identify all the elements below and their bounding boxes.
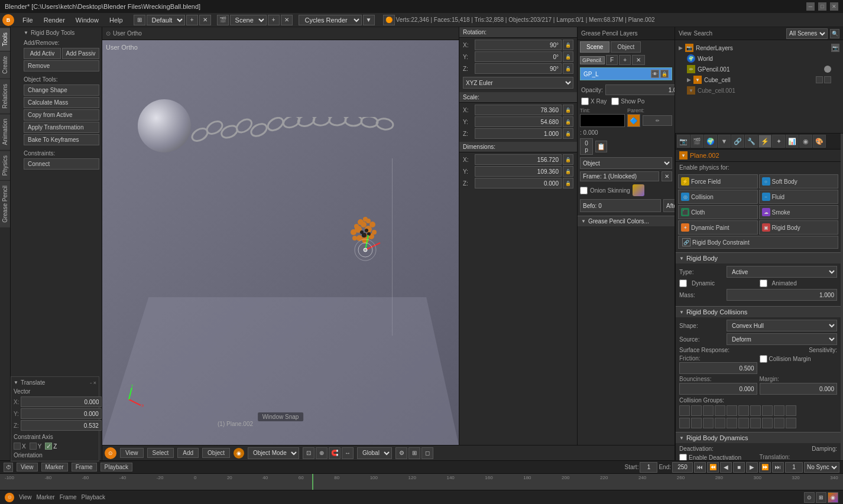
connect-button[interactable]: Connect	[24, 158, 99, 170]
cube-cell-icon1[interactable]	[816, 76, 823, 83]
next-keyframe-btn[interactable]: ⏩	[759, 462, 771, 473]
cg-20[interactable]	[786, 418, 796, 428]
outliner-search-btn[interactable]: Search	[694, 30, 713, 37]
dim-y-input[interactable]	[475, 166, 562, 177]
status-icon2[interactable]: ⊞	[816, 492, 826, 503]
status-playback[interactable]: Playback	[82, 494, 106, 500]
transform-orientation-select[interactable]: Global	[357, 447, 392, 459]
status-frame[interactable]: Frame	[60, 494, 77, 500]
scene-close-icon[interactable]: ✕	[281, 15, 293, 25]
rotation-x-input[interactable]	[475, 40, 562, 50]
frame-btn[interactable]: Frame	[72, 463, 97, 472]
outliner-cube-cell-001[interactable]: ▼ Cube_cell.001	[677, 85, 841, 96]
axis-y-checkbox[interactable]	[30, 443, 37, 450]
stop-btn[interactable]: ■	[733, 462, 745, 473]
select-menu[interactable]: Select	[147, 448, 174, 458]
props-physics-icon[interactable]: ⚡	[758, 135, 771, 148]
rotation-y-input[interactable]	[475, 51, 562, 62]
cg-1[interactable]	[679, 405, 690, 416]
start-input[interactable]	[640, 462, 657, 473]
status-icon3[interactable]: ◉	[828, 492, 838, 503]
dim-y-lock[interactable]: 🔒	[563, 166, 573, 177]
props-object-icon[interactable]: ▼	[718, 135, 731, 148]
scene-add-icon[interactable]: +	[268, 15, 280, 25]
jump-start-btn[interactable]: ⏮	[694, 462, 706, 473]
props-scene-icon[interactable]: 🎬	[690, 135, 703, 148]
dynamics-header[interactable]: Rigid Body Dynamics	[676, 432, 841, 443]
props-modifiers-icon[interactable]: 🔧	[745, 135, 758, 148]
remove-button[interactable]: Remove	[24, 60, 99, 71]
frame-close-button[interactable]: ✕	[662, 171, 672, 181]
source-select[interactable]: Deform	[727, 333, 837, 345]
friction-input[interactable]	[679, 362, 757, 374]
cg-17[interactable]	[750, 418, 761, 428]
mass-input[interactable]	[727, 289, 837, 301]
props-world-icon[interactable]: 🌍	[704, 135, 717, 148]
euler-mode-select[interactable]: XYZ Euler	[463, 77, 573, 89]
tab-grease-pencil[interactable]: Grease Pencil	[0, 180, 10, 227]
onion-skinning-checkbox[interactable]	[580, 187, 588, 194]
rotation-z-input[interactable]	[475, 63, 562, 74]
outliner-scenes-select[interactable]: All Scenes	[786, 28, 828, 39]
cg-12[interactable]	[691, 418, 702, 428]
render-engine-select[interactable]: Cycles Render	[299, 15, 362, 25]
margin-input[interactable]	[760, 383, 838, 395]
scale-y-input[interactable]	[475, 116, 562, 127]
extra-btn2[interactable]: ⊞	[408, 447, 420, 459]
collision-margin-checkbox[interactable]	[760, 355, 767, 363]
cg-14[interactable]	[715, 418, 725, 428]
gp-add-layer-button[interactable]: +	[619, 55, 631, 65]
add-menu[interactable]: Add	[177, 448, 199, 458]
props-particles-icon[interactable]: ✦	[772, 135, 785, 148]
renderlayers-camera-icon[interactable]: 📷	[831, 44, 839, 52]
gp-clipboard-icon[interactable]: 📋	[595, 141, 607, 152]
gp-f-button[interactable]: F	[606, 55, 618, 65]
dim-x-lock[interactable]: 🔒	[563, 154, 573, 165]
rotation-z-lock[interactable]: 🔒	[563, 63, 573, 74]
copy-from-active-button[interactable]: Copy from Active	[24, 109, 99, 121]
change-shape-button[interactable]: Change Shape	[24, 84, 99, 96]
cg-8[interactable]	[762, 405, 773, 416]
collision-margin-label-row[interactable]: Collision Margin	[760, 355, 838, 363]
props-render-icon[interactable]: 📷	[677, 135, 690, 148]
cg-6[interactable]	[738, 405, 749, 416]
scale-y-lock[interactable]: 🔒	[563, 116, 573, 127]
gp-remove-layer-button[interactable]: ✕	[632, 55, 645, 65]
workspace-layout-icon[interactable]: ⊞	[134, 15, 145, 25]
dim-z-lock[interactable]: 🔒	[563, 178, 573, 188]
gp-lock-icon[interactable]: 🔒	[660, 70, 669, 78]
fluid-btn[interactable]: ~ Fluid	[759, 190, 839, 204]
aft-input[interactable]	[663, 199, 675, 212]
outliner-render-layers[interactable]: ▶ 📷 RenderLayers 📷	[677, 43, 841, 53]
view-timeline-btn[interactable]: View	[17, 463, 38, 472]
calculate-mass-button[interactable]: Calculate Mass	[24, 97, 99, 108]
gp-showpo-checkbox[interactable]	[611, 97, 619, 105]
dim-x-input[interactable]	[475, 154, 562, 165]
axis-z-checkbox[interactable]: ✓	[45, 443, 52, 450]
dim-z-input[interactable]	[475, 178, 562, 188]
prev-keyframe-btn[interactable]: ⏪	[707, 462, 719, 473]
cg-10[interactable]	[786, 405, 796, 416]
playback-btn[interactable]: Playback	[100, 463, 133, 472]
workspace-add-icon[interactable]: +	[186, 15, 198, 25]
rigid-body-section-header[interactable]: Rigid Body	[676, 252, 841, 264]
collision-btn[interactable]: ◎ Collision	[678, 190, 758, 204]
mode-icon[interactable]: ⊙	[105, 447, 116, 459]
cg-4[interactable]	[715, 405, 725, 416]
status-marker[interactable]: Marker	[37, 494, 55, 500]
scene-icon[interactable]: 🎬	[217, 15, 229, 25]
status-view[interactable]: View	[19, 494, 32, 500]
animated-checkbox[interactable]	[760, 279, 767, 287]
current-frame-input[interactable]	[785, 462, 803, 473]
close-button[interactable]: ✕	[830, 2, 838, 11]
vector-y-input[interactable]	[21, 408, 102, 419]
rigid-body-constraint-btn[interactable]: 🔗 Rigid Body Constraint	[678, 236, 838, 249]
cube-cell-icon2[interactable]	[824, 76, 831, 83]
rotation-x-lock[interactable]: 🔒	[563, 40, 573, 50]
cg-13[interactable]	[703, 418, 714, 428]
gp-opacity-input[interactable]	[605, 84, 675, 95]
outliner-world[interactable]: 🌍 World	[677, 53, 841, 64]
gp-colors-header[interactable]: ▼ Grease Pencil Colors...	[578, 216, 675, 226]
status-icon1[interactable]: ⊙	[804, 492, 815, 503]
props-data-icon[interactable]: 📊	[786, 135, 799, 148]
